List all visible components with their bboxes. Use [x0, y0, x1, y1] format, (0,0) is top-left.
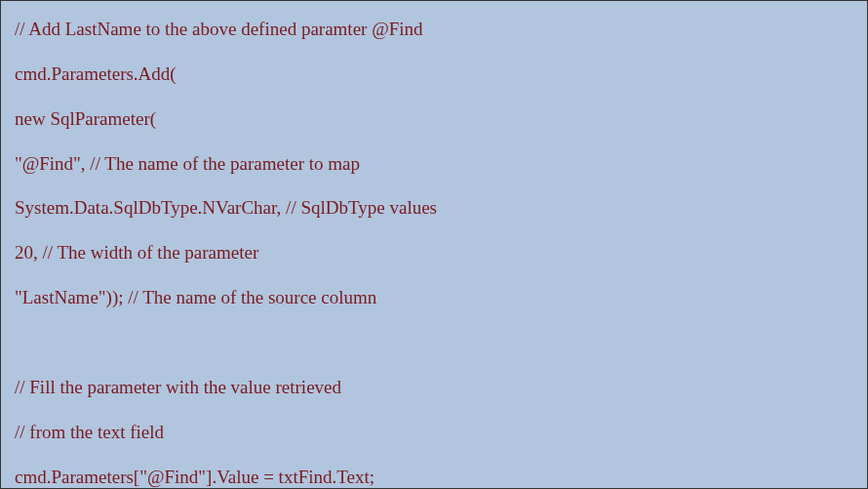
code-line: "@Find", // The name of the parameter to… [15, 153, 853, 175]
code-line: 20, // The width of the parameter [15, 242, 853, 264]
code-line: // Add LastName to the above defined par… [15, 19, 853, 40]
code-snippet: // Add LastName to the above defined par… [0, 0, 868, 489]
code-line: cmd.Parameters.Add( [15, 63, 853, 85]
code-line: "LastName")); // The name of the source … [15, 287, 853, 308]
code-line: System.Data.SqlDbType.NVarChar, // SqlDb… [15, 197, 853, 219]
code-line: cmd.Parameters["@Find"].Value = txtFind.… [15, 467, 853, 488]
blank-line [15, 332, 853, 353]
code-line: new SqlParameter( [15, 108, 853, 130]
code-line: // Fill the parameter with the value ret… [15, 377, 853, 398]
code-line: // from the text field [15, 422, 853, 443]
